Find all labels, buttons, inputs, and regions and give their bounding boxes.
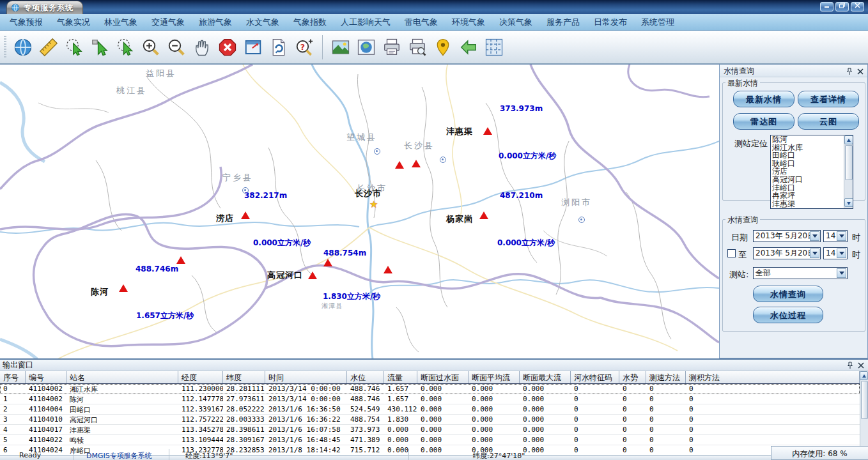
image-export-button[interactable]: [328, 34, 353, 60]
column-header-6[interactable]: 水位: [347, 371, 384, 383]
to-date-checkbox[interactable]: [727, 249, 736, 257]
cloud-image-button[interactable]: 云图: [798, 113, 859, 130]
window-resize-button[interactable]: [240, 34, 266, 60]
world-image-button[interactable]: [353, 34, 379, 60]
zoom-out-button[interactable]: [164, 34, 189, 60]
menu-item-4[interactable]: 旅游气象: [192, 14, 239, 30]
menu-item-6[interactable]: 气象指数: [286, 14, 334, 30]
menu-item-10[interactable]: 决策气象: [492, 14, 539, 30]
station-select-arrow[interactable]: [837, 268, 846, 278]
station-marker-triangle[interactable]: [479, 211, 488, 219]
menu-item-9[interactable]: 环境气象: [445, 14, 492, 30]
station-marker-triangle[interactable]: [384, 266, 392, 273]
column-header-5[interactable]: 时间: [265, 371, 347, 383]
output-scroll-up[interactable]: [860, 371, 868, 380]
menu-item-12[interactable]: 日常发布: [587, 14, 634, 30]
grid-map-button[interactable]: [481, 34, 507, 60]
list-scroll-thumb[interactable]: [845, 145, 853, 180]
water-query-button[interactable]: 水情查询: [753, 286, 823, 302]
column-header-1[interactable]: 编号: [26, 371, 66, 383]
station-list-item[interactable]: 高冠河口: [771, 176, 843, 184]
column-header-12[interactable]: 水势: [619, 371, 646, 383]
table-row[interactable]: 341104010高冠河口112.75722228.0033332013/1/6…: [0, 415, 860, 425]
print-button[interactable]: [379, 34, 405, 60]
identify-button[interactable]: ?: [291, 34, 317, 60]
column-header-10[interactable]: 断面最大流: [520, 371, 571, 383]
station-marker-triangle[interactable]: [323, 259, 332, 266]
pin-icon[interactable]: [845, 67, 854, 76]
table-row[interactable]: 541104022鸣犊113.10944428.3091672013/1/6 1…: [0, 435, 860, 445]
menu-item-2[interactable]: 林业气象: [97, 14, 144, 30]
panel-close-icon[interactable]: [856, 67, 865, 76]
close-button[interactable]: [851, 2, 864, 12]
latest-water-button[interactable]: 最新水情: [733, 91, 794, 107]
menu-item-7[interactable]: 人工影响天气: [334, 14, 398, 30]
column-header-4[interactable]: 纬度: [223, 371, 265, 383]
column-header-11[interactable]: 河水特征码: [571, 371, 619, 383]
menu-item-13[interactable]: 系统管理: [634, 14, 681, 30]
date2-combo-arrow[interactable]: [810, 249, 819, 258]
station-marker-triangle[interactable]: [412, 160, 421, 167]
column-header-0[interactable]: 序号: [0, 371, 26, 383]
date-combo-arrow[interactable]: [810, 231, 819, 241]
table-row[interactable]: 241104004田峪口112.33916728.0522222013/1/6 …: [0, 404, 860, 415]
column-header-14[interactable]: 测积方法: [686, 371, 860, 383]
minimize-button[interactable]: [820, 2, 833, 12]
station-list-item[interactable]: 陈河: [771, 135, 843, 144]
table-row[interactable]: 441104017沣惠渠113.34527828.3986112013/1/6 …: [0, 425, 860, 435]
menu-item-1[interactable]: 气象实况: [50, 14, 97, 30]
station-marker-triangle[interactable]: [241, 211, 250, 219]
table-body[interactable]: 041104002湘江水库111.23000028.2811112013/3/1…: [0, 384, 860, 456]
water-level-process-button[interactable]: 水位过程: [753, 307, 823, 323]
location-pin-button[interactable]: [430, 34, 456, 60]
column-header-3[interactable]: 经度: [178, 371, 223, 383]
radar-chart-button[interactable]: 雷达图: [733, 113, 794, 130]
station-marker-triangle[interactable]: [395, 161, 404, 169]
station-marker-triangle[interactable]: [483, 127, 492, 135]
column-header-13[interactable]: 测速方法: [646, 371, 686, 383]
date-combo[interactable]: 2013年 5月20日: [753, 230, 821, 242]
hour2-combo-arrow[interactable]: [837, 249, 846, 258]
column-header-8[interactable]: 断面过水面: [417, 371, 469, 383]
hour2-combo[interactable]: 14: [823, 247, 848, 259]
zoom-in-button[interactable]: [138, 34, 164, 60]
hour-combo-arrow[interactable]: [837, 231, 846, 241]
view-detail-button[interactable]: 查看详情: [798, 91, 859, 107]
station-list-item[interactable]: 沣惠渠: [771, 200, 843, 208]
output-scrollbar[interactable]: [860, 371, 868, 456]
station-marker-triangle[interactable]: [176, 256, 185, 264]
menu-item-5[interactable]: 水文气象: [239, 14, 286, 30]
menu-item-8[interactable]: 雷电气象: [398, 14, 445, 30]
table-row[interactable]: 141104002陈河112.14777827.9736112013/3/14 …: [0, 394, 860, 404]
output-close-icon[interactable]: [856, 361, 865, 370]
column-header-9[interactable]: 断面平均流: [469, 371, 520, 383]
select-lasso-button[interactable]: [61, 34, 87, 60]
measure-ruler-button[interactable]: [36, 34, 61, 60]
stop-button[interactable]: [215, 34, 240, 60]
menu-item-11[interactable]: 服务产品: [539, 14, 587, 30]
column-header-2[interactable]: 站名: [66, 371, 178, 383]
list-scroll-down[interactable]: [844, 198, 853, 207]
map-canvas[interactable]: 益阳县桃江县宁乡县望城县长沙县长沙市浏阳市湘潭县沣惠渠长沙市涝店杨家崮高冠河口陈…: [0, 64, 719, 358]
station-marker-triangle[interactable]: [308, 272, 317, 279]
menu-item-0[interactable]: 气象预报: [3, 14, 50, 30]
date2-combo[interactable]: 2013年 5月20日: [753, 247, 821, 259]
output-scroll-thumb[interactable]: [861, 381, 868, 419]
maximize-button[interactable]: [835, 2, 849, 12]
station-marker-triangle[interactable]: [119, 284, 128, 292]
globe-button[interactable]: [10, 34, 36, 60]
back-arrow-button[interactable]: [456, 34, 481, 60]
select-circle-button[interactable]: [112, 34, 138, 60]
list-scroll-up[interactable]: [844, 135, 853, 144]
refresh-page-button[interactable]: [266, 34, 291, 60]
station-list-item[interactable]: 田峪口: [771, 151, 843, 160]
select-arrow-button[interactable]: [87, 34, 112, 60]
hour-combo[interactable]: 14: [823, 230, 848, 242]
menu-item-3[interactable]: 交通气象: [144, 14, 192, 30]
station-select-combo[interactable]: 全部: [753, 267, 848, 279]
toolbar-grip[interactable]: [4, 36, 6, 59]
output-pin-icon[interactable]: [846, 361, 855, 370]
print-preview-button[interactable]: [405, 34, 430, 60]
column-header-7[interactable]: 流量: [384, 371, 417, 383]
table-row[interactable]: 041104002湘江水库111.23000028.2811112013/3/1…: [0, 384, 860, 394]
